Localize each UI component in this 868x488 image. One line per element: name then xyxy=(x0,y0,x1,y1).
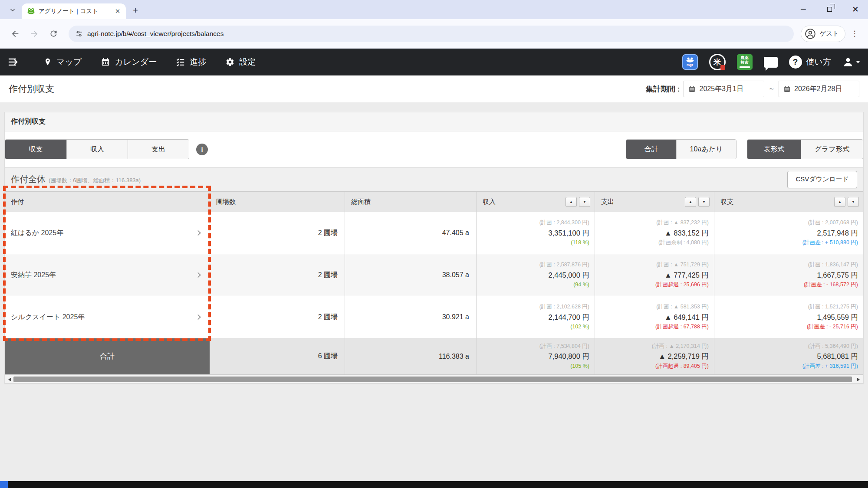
calendar-icon xyxy=(783,85,791,93)
balance-card: 作付別収支 収支 収入 支出 i 合計 10aあたり 表形式 グラフ形式 xyxy=(4,112,864,384)
expense-cell: (計画 : ▲ 581,353 円) ▲ 649,141 円 (計画超過 : 6… xyxy=(595,296,714,338)
tab-balance[interactable]: 収支 xyxy=(5,140,66,159)
period-label: 集計期間 : xyxy=(646,84,680,94)
sort-desc-balance-button[interactable] xyxy=(848,197,859,207)
area-value: 47.405 a xyxy=(345,212,477,254)
area-value: 30.921 a xyxy=(345,296,477,338)
url-text: agri-note.jp/b/#/cost_viewer/projects/ba… xyxy=(87,30,224,38)
section-title: 作付全体 xyxy=(11,174,46,185)
expense-cell: (計画 : ▲ 837,232 円) ▲ 833,152 円 (計画余剰 : 4… xyxy=(595,212,714,254)
favicon-frog-icon xyxy=(27,8,35,15)
csv-download-button[interactable]: CSVダウンロード xyxy=(787,171,857,188)
balance-cell: (計画 : 1,521,275 円) 1,495,559 円 (計画差 : - … xyxy=(714,296,863,338)
profile-label: ゲスト xyxy=(819,29,839,38)
reload-icon[interactable] xyxy=(45,26,62,42)
map-pin-icon xyxy=(43,57,52,67)
crop-link[interactable]: 紅はるか 2025年 xyxy=(5,212,210,254)
sidebar-toggle-icon[interactable] xyxy=(8,57,20,67)
crop-link[interactable]: シルクスイート 2025年 xyxy=(5,296,210,338)
page-title: 作付別収支 xyxy=(9,83,54,95)
crop-link[interactable]: 安納芋 2025年 xyxy=(5,254,210,296)
tab-search-chevron-icon[interactable] xyxy=(6,3,19,16)
account-menu-button[interactable] xyxy=(842,56,860,68)
tab-title: アグリノート｜コスト xyxy=(39,7,110,15)
area-total: 116.383 a xyxy=(345,338,477,374)
period-end-input[interactable]: 2026年2月28日 xyxy=(779,81,859,97)
fields-value: 2 圃場 xyxy=(210,296,345,338)
chevron-right-icon xyxy=(195,230,201,236)
table-header-row: 作付 圃場数 総面積 収入 支出 収支 xyxy=(5,192,863,212)
tab-close-icon[interactable]: ✕ xyxy=(114,7,122,15)
sort-asc-income-button[interactable] xyxy=(566,197,577,207)
col-header-fields: 圃場数 xyxy=(210,192,345,212)
rice-app-icon[interactable]: 米 xyxy=(709,54,726,70)
help-button[interactable]: ? 使い方 xyxy=(789,56,831,69)
sort-desc-expense-button[interactable] xyxy=(698,197,710,207)
tab-unit-per10a[interactable]: 10aあたり xyxy=(676,140,736,159)
back-icon[interactable] xyxy=(7,26,23,42)
nav-item-map[interactable]: マップ xyxy=(43,56,82,68)
period-start-input[interactable]: 2025年3月1日 xyxy=(684,81,764,97)
card-header: 作付別収支 xyxy=(5,112,863,131)
bottom-bar-accent xyxy=(0,481,8,488)
nav-item-calendar[interactable]: カレンダー xyxy=(101,56,157,68)
expense-cell: (計画 : ▲ 751,729 円) ▲ 777,425 円 (計画超過 : 2… xyxy=(595,254,714,296)
scroll-left-icon[interactable] xyxy=(5,375,13,383)
browser-menu-icon[interactable]: ⋮ xyxy=(848,27,861,40)
page-header: 作付別収支 集計期間 : 2025年3月1日 ~ 2026年2月28日 xyxy=(0,75,868,102)
col-header-expense: 支出 xyxy=(595,192,714,212)
browser-tab[interactable]: アグリノート｜コスト ✕ xyxy=(22,3,126,19)
nav-item-progress[interactable]: 進捗 xyxy=(176,56,206,68)
table-panel: 作付全体 (圃場数：6圃場、総面積：116.383a) CSVダウンロード 作付… xyxy=(5,167,863,384)
tab-income[interactable]: 収入 xyxy=(66,140,128,159)
expense-total-cell: (計画 : ▲ 2,170,314 円) ▲ 2,259,719 円 (計画超過… xyxy=(595,338,714,374)
chevron-right-icon xyxy=(195,314,201,320)
content-area: 作付別収支 収支 収入 支出 i 合計 10aあたり 表形式 グラフ形式 xyxy=(0,102,868,384)
period-separator: ~ xyxy=(769,85,774,94)
scroll-right-icon[interactable] xyxy=(855,375,863,383)
unit-toggle-group: 合計 10aあたり xyxy=(626,139,736,159)
site-settings-icon[interactable] xyxy=(76,30,83,37)
browser-profile-button[interactable]: ゲスト xyxy=(801,26,845,42)
window-restore-button[interactable] xyxy=(823,3,836,16)
calendar-icon xyxy=(101,57,110,67)
chevron-down-icon xyxy=(856,61,860,66)
fields-value: 2 圃場 xyxy=(210,254,345,296)
section-subtitle: (圃場数：6圃場、総面積：116.383a) xyxy=(49,174,141,184)
income-cell: (計画 : 2,844,300 円) 3,351,100 円 (118 %) xyxy=(477,212,595,254)
total-label[interactable]: 合計 xyxy=(5,338,210,374)
bottom-bar xyxy=(0,481,868,488)
col-header-crop: 作付 xyxy=(5,192,210,212)
scrollbar-thumb[interactable] xyxy=(13,377,852,382)
balance-cell: (計画 : 2,007,068 円) 2,517,948 円 (計画差 : + … xyxy=(714,212,863,254)
col-header-balance: 収支 xyxy=(714,192,863,212)
calendar-icon xyxy=(688,85,696,93)
income-cell: (計画 : 2,102,628 円) 2,144,700 円 (102 %) xyxy=(477,296,595,338)
sort-desc-income-button[interactable] xyxy=(579,197,590,207)
chevron-right-icon xyxy=(195,272,201,278)
info-icon[interactable]: i xyxy=(196,144,208,155)
forward-icon[interactable] xyxy=(26,26,43,42)
income-cell: (計画 : 2,587,876 円) 2,445,000 円 (94 %) xyxy=(477,254,595,296)
new-tab-button[interactable]: + xyxy=(129,4,141,16)
col-header-income: 収入 xyxy=(477,192,595,212)
sort-asc-expense-button[interactable] xyxy=(685,197,696,207)
url-bar[interactable]: agri-note.jp/b/#/cost_viewer/projects/ba… xyxy=(69,26,794,42)
area-value: 38.057 a xyxy=(345,254,477,296)
tab-unit-total[interactable]: 合計 xyxy=(626,140,676,159)
sort-asc-balance-button[interactable] xyxy=(834,197,845,207)
tab-view-table[interactable]: 表形式 xyxy=(747,140,801,159)
pesticide-search-icon[interactable]: 農薬 検索 xyxy=(737,54,753,70)
browser-toolbar: agri-note.jp/b/#/cost_viewer/projects/ba… xyxy=(0,19,868,49)
gear-icon xyxy=(225,57,235,67)
tab-view-graph[interactable]: グラフ形式 xyxy=(801,140,863,159)
notification-badge xyxy=(720,65,725,70)
agrinote-manager-icon[interactable]: mgr xyxy=(682,54,698,70)
window-close-button[interactable]: ✕ xyxy=(849,3,862,16)
tab-expense[interactable]: 支出 xyxy=(128,140,189,159)
metric-toggle-group: 収支 収入 支出 xyxy=(5,139,189,159)
nav-item-settings[interactable]: 設定 xyxy=(225,56,256,68)
horizontal-scrollbar[interactable] xyxy=(5,375,863,383)
window-minimize-button[interactable]: ─ xyxy=(797,3,810,16)
feedback-chat-icon[interactable] xyxy=(764,57,778,68)
